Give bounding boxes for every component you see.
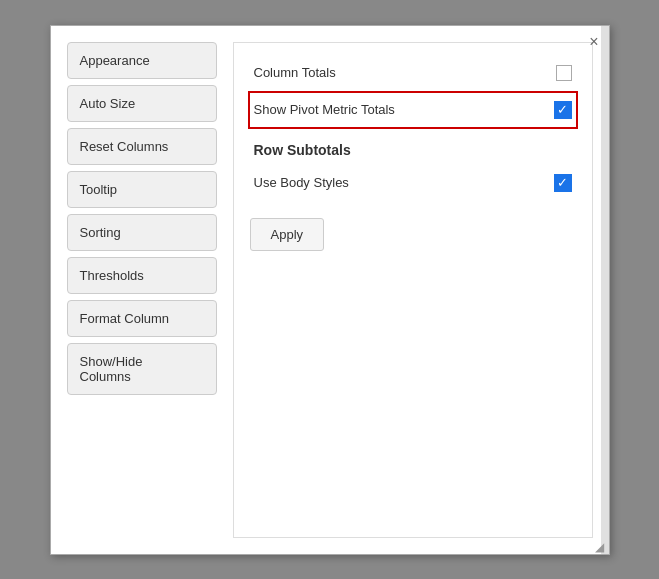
sidebar-item-appearance[interactable]: Appearance: [67, 42, 217, 79]
dialog-body: Appearance Auto Size Reset Columns Toolt…: [51, 26, 609, 554]
column-totals-row: Column Totals: [250, 55, 576, 92]
show-pivot-metric-totals-label: Show Pivot Metric Totals: [254, 102, 395, 117]
sidebar-item-sorting[interactable]: Sorting: [67, 214, 217, 251]
use-body-styles-checkbox[interactable]: ✓: [554, 174, 572, 192]
column-totals-label: Column Totals: [254, 65, 336, 80]
row-subtotals-section: Row Subtotals: [250, 128, 576, 164]
column-totals-checkbox[interactable]: [556, 65, 572, 81]
show-pivot-checkbox-container: ✓: [554, 101, 572, 119]
row-subtotals-label: Row Subtotals: [254, 142, 351, 158]
show-pivot-metric-totals-row: Show Pivot Metric Totals ✓: [248, 91, 578, 129]
sidebar: Appearance Auto Size Reset Columns Toolt…: [67, 42, 217, 538]
use-body-styles-row: Use Body Styles ✓: [250, 164, 576, 202]
resize-handle[interactable]: ◢: [595, 540, 605, 550]
settings-dialog: × Appearance Auto Size Reset Columns Too…: [50, 25, 610, 555]
column-totals-checkbox-container: [556, 65, 572, 81]
apply-button[interactable]: Apply: [250, 218, 325, 251]
show-pivot-checkbox[interactable]: ✓: [554, 101, 572, 119]
sidebar-item-show-hide-columns[interactable]: Show/Hide Columns: [67, 343, 217, 395]
sidebar-item-format-column[interactable]: Format Column: [67, 300, 217, 337]
content-panel: Column Totals Show Pivot Metric Totals ✓…: [233, 42, 593, 538]
sidebar-item-auto-size[interactable]: Auto Size: [67, 85, 217, 122]
sidebar-item-tooltip[interactable]: Tooltip: [67, 171, 217, 208]
scrollbar[interactable]: [601, 26, 609, 554]
sidebar-item-reset-columns[interactable]: Reset Columns: [67, 128, 217, 165]
sidebar-item-thresholds[interactable]: Thresholds: [67, 257, 217, 294]
use-body-styles-checkbox-container: ✓: [554, 174, 572, 192]
close-button[interactable]: ×: [589, 34, 598, 50]
use-body-styles-label: Use Body Styles: [254, 175, 349, 190]
